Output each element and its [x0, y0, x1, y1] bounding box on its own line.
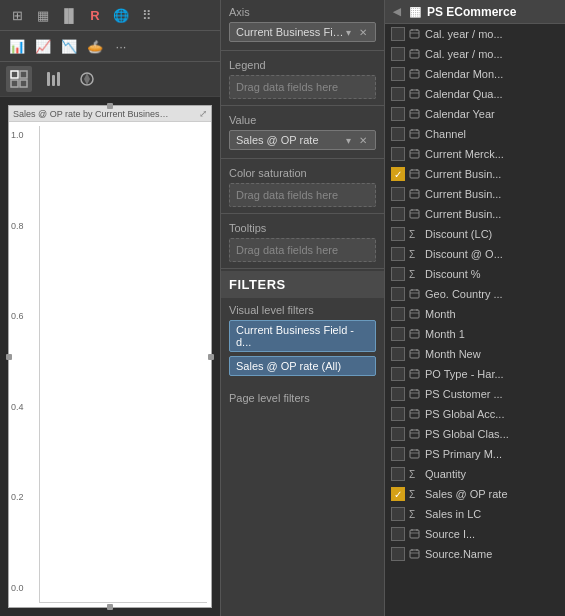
apps-icon[interactable]: ⠿	[136, 4, 158, 26]
field-list-item[interactable]: Month 1	[385, 324, 565, 344]
field-type-icon	[409, 28, 421, 41]
field-checkbox[interactable]	[391, 127, 405, 141]
bar2-icon[interactable]: 📊	[6, 35, 28, 57]
field-list-item[interactable]: ΣQuantity	[385, 464, 565, 484]
field-list-item[interactable]: Cal. year / mo...	[385, 44, 565, 64]
field-name-text: Calendar Qua...	[425, 88, 559, 100]
svg-rect-5	[52, 75, 55, 86]
color-saturation-drop-zone[interactable]: Drag data fields here	[229, 183, 376, 207]
field-checkbox[interactable]	[391, 507, 405, 521]
field-checkbox[interactable]	[391, 147, 405, 161]
field-checkbox[interactable]	[391, 247, 405, 261]
axis-label: Axis	[229, 6, 376, 18]
field-checkbox[interactable]	[391, 207, 405, 221]
fields-list-scroll[interactable]: Cal. year / mo...Cal. year / mo...Calend…	[385, 24, 565, 616]
value-field-pill[interactable]: Sales @ OP rate ▾ ✕	[229, 130, 376, 150]
field-list-item[interactable]: Current Merck...	[385, 144, 565, 164]
field-list-item[interactable]: Month New	[385, 344, 565, 364]
field-list-item[interactable]: Geo. Country ...	[385, 284, 565, 304]
field-checkbox[interactable]	[391, 227, 405, 241]
filter-pill-2-text: Sales @ OP rate (All)	[236, 360, 341, 372]
field-list-item[interactable]: PO Type - Har...	[385, 364, 565, 384]
field-list-item[interactable]: Channel	[385, 124, 565, 144]
field-checkbox[interactable]	[391, 47, 405, 61]
field-list-item[interactable]: ✓Current Busin...	[385, 164, 565, 184]
field-type-icon: Σ	[409, 269, 421, 280]
field-checkbox[interactable]	[391, 107, 405, 121]
field-checkbox[interactable]	[391, 527, 405, 541]
field-list-item[interactable]: Source.Name	[385, 544, 565, 564]
field-list-item[interactable]: ΣDiscount @ O...	[385, 244, 565, 264]
field-checkbox[interactable]	[391, 427, 405, 441]
axis-dropdown-btn[interactable]: ▾	[344, 27, 353, 38]
value-close-btn[interactable]: ✕	[357, 135, 369, 146]
resize-handle-bottom[interactable]	[107, 604, 113, 610]
value-label: Value	[229, 114, 376, 126]
resize-handle-left[interactable]	[6, 354, 12, 360]
field-list-item[interactable]: ΣSales in LC	[385, 504, 565, 524]
field-name-text: Quantity	[425, 468, 559, 480]
chart-expand-icon[interactable]: ⤢	[199, 108, 207, 119]
fields-viz-icon[interactable]	[6, 66, 32, 92]
field-type-icon: Σ	[409, 509, 421, 520]
field-list-item[interactable]: Calendar Year	[385, 104, 565, 124]
field-list-item[interactable]: PS Global Acc...	[385, 404, 565, 424]
field-checkbox[interactable]	[391, 267, 405, 281]
analytics-viz-icon[interactable]	[74, 66, 100, 92]
field-checkbox[interactable]	[391, 307, 405, 321]
field-list-item[interactable]: Month	[385, 304, 565, 324]
filter-pill-1[interactable]: Current Business Field - d...	[229, 320, 376, 352]
globe-icon[interactable]: 🌐	[110, 4, 132, 26]
grid-icon[interactable]: ⊞	[6, 4, 28, 26]
field-list-item[interactable]: Source I...	[385, 524, 565, 544]
area-icon[interactable]: 📉	[58, 35, 80, 57]
more-icon[interactable]: ···	[110, 35, 132, 57]
field-list-item[interactable]: Calendar Mon...	[385, 64, 565, 84]
field-type-icon	[409, 128, 421, 141]
filter-pill-1-text: Current Business Field - d...	[236, 324, 369, 348]
field-checkbox[interactable]	[391, 547, 405, 561]
line-icon[interactable]: 📈	[32, 35, 54, 57]
field-list-item[interactable]: Calendar Qua...	[385, 84, 565, 104]
tooltips-drop-zone[interactable]: Drag data fields here	[229, 238, 376, 262]
field-checkbox[interactable]	[391, 387, 405, 401]
field-name-text: Current Busin...	[425, 168, 559, 180]
bar-chart-icon[interactable]: ▐▌	[58, 4, 80, 26]
resize-handle-top[interactable]	[107, 103, 113, 109]
field-checkbox[interactable]	[391, 447, 405, 461]
field-checkbox[interactable]	[391, 27, 405, 41]
field-checkbox[interactable]	[391, 407, 405, 421]
field-checkbox[interactable]	[391, 347, 405, 361]
field-checkbox[interactable]: ✓	[391, 167, 405, 181]
r-icon[interactable]: R	[84, 4, 106, 26]
filter-pill-2[interactable]: Sales @ OP rate (All)	[229, 356, 376, 376]
field-list-item[interactable]: ΣDiscount (LC)	[385, 224, 565, 244]
field-list-item[interactable]: Current Busin...	[385, 184, 565, 204]
field-checkbox[interactable]	[391, 87, 405, 101]
field-checkbox[interactable]: ✓	[391, 487, 405, 501]
axis-field-pill[interactable]: Current Business Field - ▾ ✕	[229, 22, 376, 42]
field-list-item[interactable]: PS Customer ...	[385, 384, 565, 404]
value-dropdown-btn[interactable]: ▾	[344, 135, 353, 146]
field-list-item[interactable]: ✓ΣSales @ OP rate	[385, 484, 565, 504]
field-checkbox[interactable]	[391, 367, 405, 381]
pie-icon[interactable]: 🥧	[84, 35, 106, 57]
field-list-item[interactable]: Current Busin...	[385, 204, 565, 224]
collapse-arrow[interactable]: ◀	[393, 6, 401, 17]
axis-close-btn[interactable]: ✕	[357, 27, 369, 38]
field-list-item[interactable]: ΣDiscount %	[385, 264, 565, 284]
legend-drop-zone[interactable]: Drag data fields here	[229, 75, 376, 99]
field-checkbox[interactable]	[391, 327, 405, 341]
field-list-item[interactable]: PS Global Clas...	[385, 424, 565, 444]
resize-handle-right[interactable]	[208, 354, 214, 360]
field-list-item[interactable]: Cal. year / mo...	[385, 24, 565, 44]
field-checkbox[interactable]	[391, 187, 405, 201]
field-checkbox[interactable]	[391, 287, 405, 301]
field-checkbox[interactable]	[391, 67, 405, 81]
field-checkbox[interactable]	[391, 467, 405, 481]
format-viz-icon[interactable]	[40, 66, 66, 92]
table-icon2[interactable]: ▦	[32, 4, 54, 26]
field-list-item[interactable]: PS Primary M...	[385, 444, 565, 464]
chart-plot-area	[39, 126, 207, 603]
chart-container: Sales @ OP rate by Current Business Fiel…	[8, 105, 212, 608]
